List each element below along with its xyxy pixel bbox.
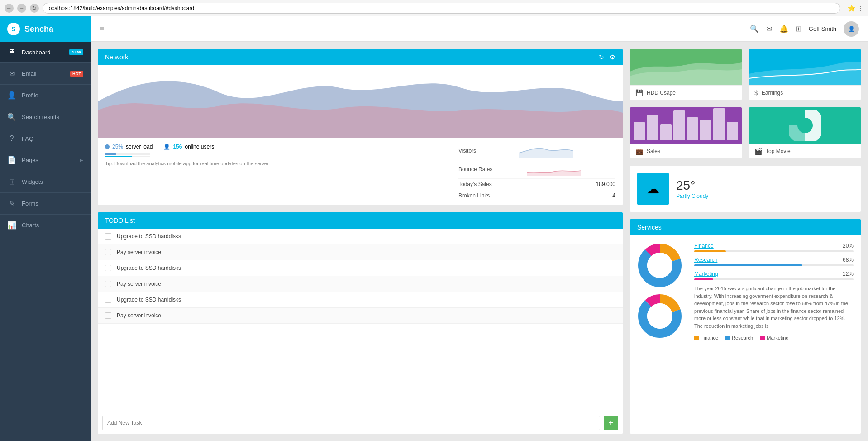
services-body: Finance 20% Research 68%: [630, 235, 861, 348]
links-value: 4: [612, 192, 615, 199]
todo-item: Upgrade to SSD harddisks: [98, 292, 623, 308]
earnings-chart: [749, 49, 861, 85]
visitors-mini-chart: [519, 144, 573, 158]
services-legend: Finance Research Marketing: [694, 335, 854, 340]
todo-body: Upgrade to SSD harddisks Pay server invo…: [98, 229, 623, 412]
marketing-bar-bg: [694, 278, 854, 280]
todo-text: Pay server invoice: [117, 281, 161, 287]
email-icon[interactable]: ✉: [766, 24, 772, 33]
sidebar-item-label: Widgets: [22, 178, 83, 185]
todo-item: Upgrade to SSD harddisks: [98, 229, 623, 244]
bell-icon[interactable]: 🔔: [779, 24, 788, 33]
todo-checkbox[interactable]: [105, 249, 111, 255]
earnings-label: Earnings: [762, 90, 783, 96]
sidebar-item-profile[interactable]: 👤 Profile: [0, 85, 91, 106]
finance-link[interactable]: Finance: [694, 243, 714, 249]
research-link[interactable]: Research: [694, 257, 717, 263]
user-avatar[interactable]: 👤: [844, 21, 859, 37]
add-task-button[interactable]: +: [604, 416, 618, 430]
sidebar-item-label: Search results: [22, 114, 83, 120]
url-bar[interactable]: [43, 3, 840, 14]
svg-point-2: [797, 118, 813, 133]
network-actions: ↻ ⚙: [599, 53, 615, 61]
hdd-label: HDD Usage: [647, 90, 676, 96]
settings-icon[interactable]: ⚙: [610, 53, 615, 61]
todo-header: TODO List: [98, 212, 623, 229]
todo-text: Upgrade to SSD harddisks: [117, 265, 181, 271]
bar-chart-bar: [700, 120, 711, 140]
stats-right: Visitors Bounce Rates: [451, 138, 623, 205]
services-card: Services: [630, 219, 861, 434]
bar-chart-bar: [673, 110, 685, 140]
todo-text: Upgrade to SSD harddisks: [117, 297, 181, 303]
sidebar-item-dashboard[interactable]: 🖥 Dashboard NEW: [0, 42, 91, 63]
online-users-stat: 👤 156 online users: [163, 144, 214, 150]
bounce-label: Bounce Rates: [458, 166, 492, 173]
server-load-bar: [105, 153, 150, 155]
metric-sales: Today's Sales 189,000: [458, 179, 615, 190]
todo-checkbox[interactable]: [105, 312, 111, 319]
finance-dot: [694, 336, 699, 340]
sidebar-item-email[interactable]: ✉ Email HOT: [0, 63, 91, 85]
todo-text: Pay server invoice: [117, 249, 161, 255]
legend-finance: Finance: [694, 335, 718, 340]
sales-chart: [630, 107, 742, 144]
sidebar-item-label: Forms: [22, 200, 83, 207]
weather-widget: ☁ 25° Partly Cloudy: [630, 166, 861, 212]
app: S Sencha 🖥 Dashboard NEW ✉ Email HOT 👤 P…: [0, 16, 868, 441]
server-load-stat: 25% server load: [105, 144, 153, 150]
reload-button[interactable]: ↻: [30, 4, 39, 13]
grid-icon[interactable]: ⊞: [796, 24, 801, 33]
marketing-pct: 12%: [843, 271, 854, 277]
add-task-input[interactable]: [102, 416, 600, 430]
wave-chart-svg: [98, 65, 623, 138]
todo-text: Upgrade to SSD harddisks: [117, 233, 181, 240]
todo-title: TODO List: [105, 217, 135, 224]
sidebar-item-pages[interactable]: 📄 Pages ▶: [0, 149, 91, 171]
sidebar-logo: S Sencha: [0, 16, 91, 42]
services-description: The year 2015 saw a significant change i…: [694, 285, 854, 330]
back-button[interactable]: ←: [5, 4, 14, 13]
tip-text: Tip: Download the analytics mobile app f…: [105, 161, 444, 166]
finance-legend-label: Finance: [701, 335, 718, 340]
online-users-bar: [105, 156, 150, 157]
sidebar-item-label: Pages: [22, 157, 74, 163]
hamburger-menu[interactable]: ≡: [100, 24, 105, 34]
todo-checkbox[interactable]: [105, 297, 111, 303]
server-load-pct: 25%: [112, 144, 123, 150]
marketing-link[interactable]: Marketing: [694, 271, 718, 277]
research-dot: [725, 336, 730, 340]
todo-checkbox[interactable]: [105, 281, 111, 287]
logo-icon: S: [7, 23, 20, 35]
topbar: ≡ 🔍 ✉ 🔔 ⊞ Goff Smith 👤: [91, 16, 868, 42]
sidebar-item-forms[interactable]: ✎ Forms: [0, 193, 91, 215]
bar-chart-bar: [687, 117, 698, 140]
services-title: Services: [637, 224, 662, 231]
todo-item: Pay server invoice: [98, 308, 623, 324]
marketing-legend-label: Marketing: [767, 335, 788, 340]
widgets-icon: ⊞: [7, 177, 16, 186]
charts-icon: 📊: [7, 221, 16, 230]
svg-point-7: [647, 253, 672, 278]
metric-links: Broken Links 4: [458, 190, 615, 201]
sidebar-item-label: Email: [22, 70, 65, 77]
hdd-footer: 💾 HDD Usage: [630, 85, 742, 100]
sidebar-item-search-results[interactable]: 🔍 Search results: [0, 106, 91, 128]
sidebar-item-widgets[interactable]: ⊞ Widgets: [0, 171, 91, 193]
browser-chrome: ← → ↻ ⭐ ⋮: [0, 0, 868, 16]
movie-label: Top Movie: [766, 148, 791, 154]
refresh-icon[interactable]: ↻: [599, 53, 604, 61]
search-icon[interactable]: 🔍: [750, 24, 759, 33]
sidebar-item-faq[interactable]: ? FAQ: [0, 128, 91, 149]
todo-checkbox[interactable]: [105, 233, 111, 240]
hot-badge: HOT: [70, 71, 83, 77]
sidebar-item-charts[interactable]: 📊 Charts: [0, 215, 91, 236]
donut-chart-bottom: [637, 293, 682, 339]
forward-button[interactable]: →: [17, 4, 26, 13]
person-icon: 👤: [163, 144, 170, 150]
services-right: Finance 20% Research 68%: [694, 243, 854, 340]
weather-temp: 25°: [676, 178, 708, 193]
todo-checkbox[interactable]: [105, 265, 111, 271]
service-finance-header: Finance 20%: [694, 243, 854, 249]
service-research-header: Research 68%: [694, 257, 854, 263]
